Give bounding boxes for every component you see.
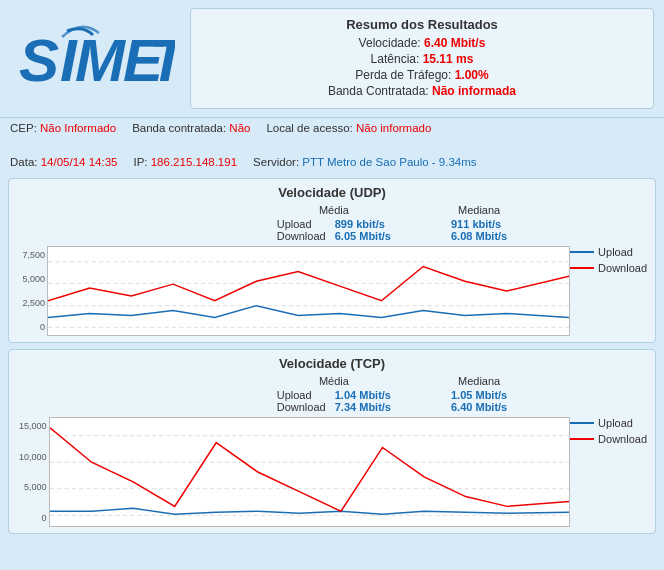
udp-upload-mediana-val: 911 kbit/s	[451, 218, 501, 230]
summary-box: Resumo dos Resultados Velocidade: 6.40 M…	[190, 8, 654, 109]
velocidade-row: Velocidade: 6.40 Mbit/s	[205, 36, 639, 50]
perda-label: Perda de Tráfego:	[355, 68, 451, 82]
tcp-media-header: Média	[277, 375, 391, 387]
tcp-chart-area	[49, 417, 571, 527]
servidor-info: Servidor: PTT Metro de Sao Paulo - 9.34m…	[253, 156, 477, 168]
svg-text:T: T	[149, 27, 175, 91]
udp-upload-legend-line	[570, 251, 594, 253]
tcp-download-media-val: 7.34 Mbit/s	[335, 401, 391, 413]
velocidade-value: 6.40 Mbit/s	[424, 36, 485, 50]
perda-value: 1.00%	[455, 68, 489, 82]
tcp-download-label: Download	[277, 401, 327, 413]
tcp-upload-legend-line	[570, 422, 594, 424]
data-info: Data: 14/05/14 14:35	[10, 156, 117, 168]
tcp-upload-mediana-row: 1.05 Mbit/s	[451, 389, 507, 401]
udp-chart-stats: Média Upload 899 kbit/s Download 6.05 Mb…	[17, 204, 647, 242]
header: S I M E T Resumo dos Resultados Velocida…	[0, 0, 664, 117]
velocidade-label: Velocidade:	[359, 36, 421, 50]
tcp-y-labels: 15,000 10,000 5,000 0	[17, 417, 49, 527]
tcp-media-col: Média Upload 1.04 Mbit/s Download 7.34 M…	[277, 375, 391, 413]
tcp-download-media-row: Download 7.34 Mbit/s	[277, 401, 391, 413]
banda-value: Não informada	[432, 84, 516, 98]
ip-info: IP: 186.215.148.191	[133, 156, 237, 168]
tcp-chart-title: Velocidade (TCP)	[17, 356, 647, 371]
perda-row: Perda de Tráfego: 1.00%	[205, 68, 639, 82]
latencia-value: 15.11 ms	[423, 52, 474, 66]
latencia-label: Latência:	[371, 52, 420, 66]
tcp-chart-stats: Média Upload 1.04 Mbit/s Download 7.34 M…	[17, 375, 647, 413]
udp-media-header: Média	[277, 204, 391, 216]
tcp-mediana-header: Mediana	[451, 375, 507, 387]
tcp-download-legend-line	[570, 438, 594, 440]
udp-upload-mediana-row: 911 kbit/s	[451, 218, 507, 230]
tcp-legend-upload: Upload	[570, 417, 647, 429]
svg-text:M: M	[75, 27, 127, 91]
udp-mediana-header: Mediana	[451, 204, 507, 216]
udp-chart-svg	[48, 247, 569, 335]
udp-legend-download-label: Download	[598, 262, 647, 274]
udp-download-media-row: Download 6.05 Mbit/s	[277, 230, 391, 242]
udp-legend-upload-label: Upload	[598, 246, 633, 258]
tcp-chart-section: Velocidade (TCP) Média Upload 1.04 Mbit/…	[8, 349, 656, 534]
logo-svg: S I M E T	[15, 23, 175, 91]
udp-legend-upload: Upload	[570, 246, 647, 258]
udp-upload-media-val: 899 kbit/s	[335, 218, 385, 230]
udp-download-mediana-row: 6.08 Mbit/s	[451, 230, 507, 242]
tcp-upload-media-val: 1.04 Mbit/s	[335, 389, 391, 401]
banda-label: Banda Contratada:	[328, 84, 429, 98]
tcp-legend-upload-label: Upload	[598, 417, 633, 429]
tcp-download-mediana-row: 6.40 Mbit/s	[451, 401, 507, 413]
cep-info: CEP: Não Informado	[10, 122, 116, 134]
info-bar: CEP: Não Informado Banda contratada: Não…	[0, 117, 664, 172]
tcp-download-mediana-val: 6.40 Mbit/s	[451, 401, 507, 413]
tcp-legend: Upload Download	[570, 417, 647, 527]
udp-chart-wrapper: 7,500 5,000 2,500 0 Upload	[17, 246, 647, 336]
tcp-mediana-col: Mediana 1.05 Mbit/s 6.40 Mbit/s	[451, 375, 507, 413]
local-info: Local de acesso: Não informado	[266, 122, 431, 134]
banda-row: Banda Contratada: Não informada	[205, 84, 639, 98]
udp-chart-title: Velocidade (UDP)	[17, 185, 647, 200]
udp-legend: Upload Download	[570, 246, 647, 336]
tcp-upload-mediana-val: 1.05 Mbit/s	[451, 389, 507, 401]
udp-upload-label: Upload	[277, 218, 327, 230]
udp-chart-area	[47, 246, 570, 336]
udp-media-col: Média Upload 899 kbit/s Download 6.05 Mb…	[277, 204, 391, 242]
udp-mediana-col: Mediana 911 kbit/s 6.08 Mbit/s	[451, 204, 507, 242]
logo: S I M E T	[10, 24, 180, 94]
udp-download-mediana-val: 6.08 Mbit/s	[451, 230, 507, 242]
svg-text:S: S	[19, 27, 59, 91]
tcp-legend-download: Download	[570, 433, 647, 445]
udp-download-label: Download	[277, 230, 327, 242]
latencia-row: Latência: 15.11 ms	[205, 52, 639, 66]
udp-legend-download: Download	[570, 262, 647, 274]
tcp-chart-wrapper: 15,000 10,000 5,000 0 Upload	[17, 417, 647, 527]
banda-info: Banda contratada: Não	[132, 122, 250, 134]
udp-upload-media-row: Upload 899 kbit/s	[277, 218, 391, 230]
summary-title: Resumo dos Resultados	[205, 17, 639, 32]
tcp-chart-svg	[50, 418, 570, 526]
tcp-upload-label: Upload	[277, 389, 327, 401]
udp-y-labels: 7,500 5,000 2,500 0	[17, 246, 47, 336]
udp-download-legend-line	[570, 267, 594, 269]
udp-chart-section: Velocidade (UDP) Média Upload 899 kbit/s…	[8, 178, 656, 343]
tcp-upload-media-row: Upload 1.04 Mbit/s	[277, 389, 391, 401]
tcp-legend-download-label: Download	[598, 433, 647, 445]
udp-download-media-val: 6.05 Mbit/s	[335, 230, 391, 242]
